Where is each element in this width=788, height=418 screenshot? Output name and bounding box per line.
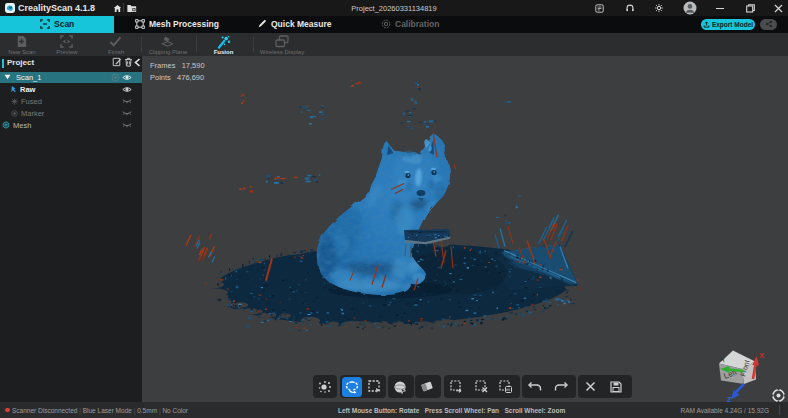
svg-text:X: X: [759, 351, 765, 360]
